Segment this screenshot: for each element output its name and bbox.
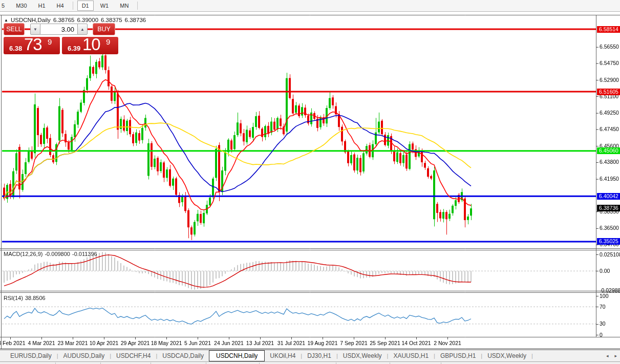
price-axis-tick: 6.52900: [600, 77, 619, 83]
sell-quote-button[interactable]: 6.38 73 9: [4, 37, 60, 54]
price-level-label: 6.45060: [597, 147, 620, 154]
chart-tab[interactable]: USDCAD,Daily: [157, 351, 209, 361]
rsi-axis-tick: 100: [600, 293, 609, 299]
macd-axis-tick: 0.00: [600, 268, 610, 274]
chart-header: ▲USDCNH,Daily6.387656.390006.383756.3873…: [4, 17, 148, 23]
tabs-scroll-right-icon[interactable]: ▸: [614, 353, 617, 358]
buy-price-sup: 9: [106, 37, 110, 46]
macd-value-1: -0.009800: [45, 251, 70, 257]
price-level-label: 6.35025: [597, 238, 620, 245]
price-chart-canvas: [0, 0, 620, 364]
macd-pane-title: MACD(12,26,9)-0.009800-0.011396: [4, 251, 99, 257]
date-axis-label: 13 Jul 2021: [246, 340, 274, 346]
date-axis-label: 10 Apr 2021: [90, 340, 119, 346]
price-axis-tick: 6.47450: [600, 126, 619, 133]
volume-decrease-button[interactable]: ▼: [30, 24, 40, 35]
rsi-axis-tick: 70: [600, 304, 606, 310]
trading-terminal: 5M30H1H4D1W1MN ▲USDCNH,Daily6.387656.390…: [0, 0, 620, 364]
current-price-label: 6.38736: [597, 205, 620, 211]
buy-quote-button[interactable]: 6.39 10 9: [62, 37, 118, 54]
tab-separator: |: [531, 353, 533, 359]
date-axis-label: 24 Jun 2021: [214, 340, 244, 346]
ohlc-high: 6.39000: [77, 17, 98, 23]
price-axis-tick: 6.43800: [600, 159, 619, 165]
date-axis-label: 29 Apr 2021: [121, 340, 150, 346]
status-strip: [0, 361, 620, 364]
chart-tab[interactable]: GBPUSD,H1: [435, 351, 481, 361]
rsi-value: 38.8506: [25, 295, 46, 301]
collapse-triangle-icon[interactable]: ▲: [4, 18, 8, 23]
date-axis-label: 7 Sep 2021: [340, 340, 368, 346]
chart-symbol-label: USDCNH,Daily: [11, 17, 51, 23]
sell-button[interactable]: SELL: [4, 23, 25, 35]
buy-button[interactable]: BUY: [93, 23, 115, 35]
date-axis-label: 31 Jul 2021: [277, 340, 305, 346]
rsi-title: RSI(14): [4, 295, 23, 301]
date-axis-label: 25 Sep 2021: [370, 340, 400, 346]
chart-tab[interactable]: EURUSD,Daily: [5, 351, 57, 361]
chart-tab[interactable]: USDCHF,H4: [111, 351, 156, 361]
rsi-pane-title: RSI(14)38.8506: [4, 295, 48, 301]
volume-input[interactable]: [40, 24, 77, 35]
chart-tab[interactable]: USDX,Weekly: [338, 351, 387, 361]
rsi-axis-tick: 30: [600, 320, 606, 327]
buy-price-base: 6.39: [68, 45, 80, 52]
date-axis-label: 4 Mar 2021: [28, 340, 55, 346]
date-axis-label: 13 Feb 2021: [0, 340, 25, 346]
price-axis-tick: 6.36500: [600, 225, 619, 231]
macd-value-2: -0.011396: [72, 251, 97, 257]
price-level-label: 6.40042: [597, 193, 620, 200]
price-axis-tick: 6.49250: [600, 110, 619, 116]
price-axis-tick: 6.54750: [600, 60, 619, 67]
chart-tab[interactable]: XAUUSD,H1: [388, 351, 434, 361]
macd-title: MACD(12,26,9): [4, 251, 42, 257]
ohlc-low: 6.38375: [101, 17, 122, 23]
sell-price-sup: 9: [48, 37, 52, 46]
date-axis-label: 5 Jun 2021: [184, 340, 211, 346]
chart-tab[interactable]: USDX,Weekly: [482, 351, 531, 361]
date-axis-label: 14 Oct 2021: [401, 340, 431, 346]
rsi-axis-tick: 0: [600, 332, 603, 338]
one-click-trade-panel: SELL ▼ ▲ BUY 6.38 73 9 6.39 10 9: [4, 23, 118, 54]
date-axis-label: 18 May 2021: [151, 340, 182, 346]
sell-price-base: 6.38: [9, 45, 22, 52]
ohlc-close: 6.38736: [125, 17, 146, 23]
chart-tab[interactable]: AUDUSD,Daily: [58, 351, 110, 361]
chart-window: ▲USDCNH,Daily6.387656.390006.383756.3873…: [0, 15, 620, 349]
price-axis-tick: 6.56550: [600, 44, 619, 50]
chart-tab[interactable]: DJ30,H1: [302, 351, 336, 361]
date-axis-label: 19 Aug 2021: [308, 340, 338, 346]
chart-tab-active[interactable]: USDCNH,Daily: [209, 350, 265, 361]
price-level-label: 6.58514: [597, 26, 620, 33]
sell-price-big: 73: [24, 35, 42, 54]
date-axis-label: 2 Nov 2021: [434, 340, 461, 346]
chart-tab[interactable]: UKOil,H4: [265, 351, 301, 361]
symbol-tab-bar: EURUSD,Daily|AUDUSD,Daily|USDCHF,H4|USDC…: [0, 350, 620, 361]
ohlc-open: 6.38765: [53, 17, 75, 23]
tabs-scroll-left-icon[interactable]: ◂: [606, 353, 609, 358]
buy-price-big: 10: [82, 35, 100, 54]
price-axis-tick: 6.41950: [600, 176, 619, 182]
date-axis-label: 23 Mar 2021: [58, 340, 88, 346]
price-level-label: 6.51605: [597, 89, 620, 95]
volume-increase-button[interactable]: ▲: [77, 24, 88, 35]
macd-axis-tick: 0.025108: [600, 251, 620, 258]
